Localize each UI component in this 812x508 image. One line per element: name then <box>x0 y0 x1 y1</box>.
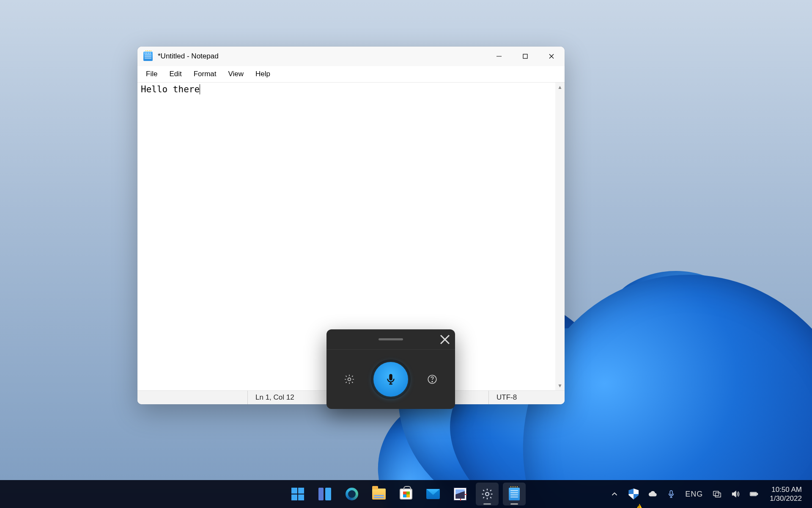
svg-point-6 <box>348 378 351 381</box>
vertical-scrollbar[interactable]: ▲ ▼ <box>555 83 565 390</box>
svg-point-12 <box>486 492 489 496</box>
tray-battery[interactable] <box>747 480 761 508</box>
task-view-icon <box>318 488 331 500</box>
svg-rect-20 <box>751 493 756 495</box>
scroll-up-arrow[interactable]: ▲ <box>557 84 562 90</box>
menu-help[interactable]: Help <box>250 67 276 81</box>
text-content: Hello there <box>141 84 200 94</box>
tray-windows-security[interactable] <box>626 480 641 508</box>
task-view-button[interactable] <box>313 483 336 505</box>
voice-panel-header[interactable] <box>326 329 455 350</box>
svg-rect-1 <box>523 54 527 58</box>
mail-icon <box>426 489 440 499</box>
clock-date: 1/30/2022 <box>770 494 802 503</box>
microphone-icon <box>384 373 397 386</box>
scroll-down-arrow[interactable]: ▼ <box>557 383 562 389</box>
menu-edit[interactable]: Edit <box>163 67 187 81</box>
clock-time: 10:50 AM <box>770 485 802 494</box>
notepad-menubar: File Edit Format View Help <box>137 66 565 82</box>
gear-icon <box>481 488 494 500</box>
maximize-button[interactable] <box>512 47 538 66</box>
text-caret <box>200 84 200 94</box>
volume-icon <box>731 489 740 499</box>
chevron-up-icon <box>610 489 619 499</box>
voice-settings-button[interactable] <box>340 370 359 389</box>
svg-rect-7 <box>389 374 392 381</box>
settings-button[interactable] <box>476 483 499 505</box>
svg-point-11 <box>432 381 433 382</box>
minimize-button[interactable] <box>486 47 512 66</box>
minimize-icon <box>496 53 502 59</box>
notepad-icon <box>509 488 520 500</box>
status-encoding: UTF-8 <box>488 391 565 404</box>
notepad-app-icon <box>143 52 153 61</box>
edge-icon <box>346 488 358 500</box>
snip-icon <box>454 488 466 500</box>
desktop: *Untitled - Notepad File Edit Format Vie… <box>0 0 812 508</box>
close-icon <box>439 334 451 345</box>
help-icon <box>427 374 438 385</box>
start-button[interactable] <box>286 483 309 505</box>
microsoft-store-button[interactable] <box>395 483 417 505</box>
menu-file[interactable]: File <box>140 67 163 81</box>
folder-icon <box>372 489 386 500</box>
voice-typing-panel[interactable] <box>326 329 455 409</box>
warning-badge-icon <box>636 504 643 508</box>
shield-icon <box>628 489 639 500</box>
svg-rect-16 <box>713 491 719 496</box>
cloud-icon <box>648 489 657 499</box>
svg-rect-17 <box>716 493 721 497</box>
window-title: *Untitled - Notepad <box>158 52 219 61</box>
menu-view[interactable]: View <box>222 67 250 81</box>
voice-microphone-button[interactable] <box>373 362 408 397</box>
file-explorer-button[interactable] <box>368 483 390 505</box>
window-controls <box>486 47 565 66</box>
menu-format[interactable]: Format <box>188 67 222 81</box>
mail-button[interactable] <box>422 483 444 505</box>
svg-rect-21 <box>757 493 758 494</box>
maximize-icon <box>522 53 528 59</box>
tray-onedrive[interactable] <box>645 480 660 508</box>
taskbar-system-tray: ENG 10:50 AM 1/30/2022 <box>607 480 812 508</box>
battery-icon <box>749 489 759 499</box>
drag-handle[interactable] <box>379 338 403 340</box>
voice-help-button[interactable] <box>423 370 442 389</box>
close-button[interactable] <box>538 47 565 66</box>
snipping-tool-button[interactable] <box>449 483 472 505</box>
tray-language-indicator[interactable]: ENG <box>683 480 705 508</box>
windows-logo-icon <box>291 488 304 500</box>
microphone-icon <box>667 489 676 499</box>
network-icon <box>712 489 721 499</box>
notepad-titlebar[interactable]: *Untitled - Notepad <box>137 47 565 66</box>
svg-rect-13 <box>670 491 673 495</box>
store-icon <box>400 489 412 500</box>
edge-button[interactable] <box>340 483 363 505</box>
status-cell-empty <box>137 391 247 404</box>
notepad-taskbar-button[interactable] <box>503 483 526 505</box>
taskbar-pinned-apps <box>286 480 526 508</box>
tray-overflow-button[interactable] <box>607 480 622 508</box>
svg-marker-18 <box>732 491 736 497</box>
taskbar: ENG 10:50 AM 1/30/2022 <box>0 480 812 508</box>
voice-close-button[interactable] <box>439 334 451 345</box>
tray-network[interactable] <box>710 480 724 508</box>
voice-panel-body <box>326 350 455 409</box>
taskbar-clock[interactable]: 10:50 AM 1/30/2022 <box>765 485 806 503</box>
tray-microphone[interactable] <box>664 480 678 508</box>
close-icon <box>549 53 554 59</box>
gear-icon <box>344 374 355 385</box>
tray-volume[interactable] <box>728 480 743 508</box>
